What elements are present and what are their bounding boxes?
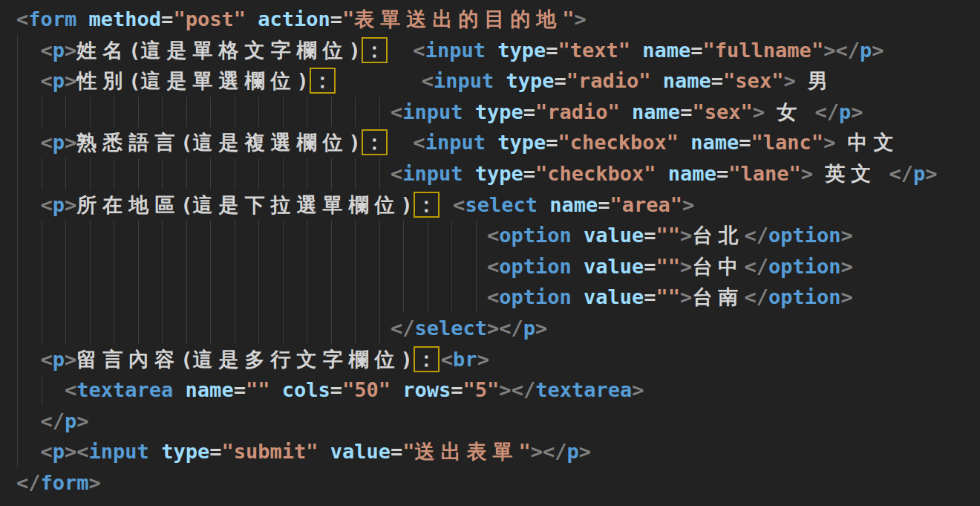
string-value: "submit" [221,440,318,463]
cjk-text: 性別 [76,69,128,92]
punctuation: > [801,162,813,185]
punctuation: > [65,348,76,371]
indent-guide [162,282,163,313]
indent-guide [355,282,356,313]
tag-name: p [523,317,535,340]
indent-guide [138,158,139,189]
indent-guide [17,97,18,128]
indent-guide [90,282,91,313]
tag-name: input [402,162,463,185]
indent-guide [476,220,477,251]
punctuation: < [413,39,425,62]
punctuation: < [41,193,53,216]
punctuation: > [680,255,692,278]
equals-sign: = [523,100,535,123]
code-line: <p>性別(這是單選欄位)： <input type="radio" name=… [16,65,980,97]
indent-guide [65,313,66,344]
code-editor[interactable]: <form method="post" action="表單送出的目的地"> <… [0,0,980,506]
plain-text [16,285,487,308]
attribute-name: type [161,440,209,463]
plain-text [16,317,391,340]
tag-name: p [839,100,851,123]
plain-text [16,409,41,432]
plain-text [651,69,663,92]
punctuation: </ [543,440,567,463]
punctuation: > [575,7,587,30]
indent-guide [258,220,259,251]
equals-sign: = [546,131,558,154]
punctuation: > [531,440,543,463]
plain-text [679,131,690,154]
cjk-text: 台中 [692,255,744,278]
punctuation: < [41,440,53,463]
indent-guide [186,282,187,313]
code-line: <textarea name="" cols="50" rows="5"></t… [16,374,980,406]
indent-guide [17,406,18,437]
plain-text [16,255,487,278]
cjk-text: 姓名 [76,39,128,62]
indent-guide [235,251,235,282]
indent-guide [90,313,91,344]
punctuation: < [16,7,28,30]
indent-guide [258,282,259,313]
cjk-text: 女 [777,100,803,123]
attribute-name: value [584,224,644,247]
tag-name: form [28,7,76,30]
equals-sign: = [644,224,656,247]
punctuation: </ [41,409,65,432]
code-line: <p>所在地區(這是下拉選單欄位)： <select name="area"> [16,189,980,221]
equals-sign: = [234,378,246,401]
cjk-text: 這是單格文字欄位 [141,39,349,62]
equals-sign: = [523,162,535,185]
code-line: <input type="radio" name="sex"> 女 </p> [16,97,980,128]
indent-guide [210,251,211,282]
punctuation: > [925,162,937,185]
string-value: "lanc" [751,131,824,154]
indent-guide [258,251,259,282]
plain-text [391,378,402,401]
plain-text [16,39,41,62]
punctuation: > [65,39,76,62]
punctuation: </ [512,378,536,401]
code-line: <p><input type="submit" value="送出表單"></p… [16,436,980,467]
indent-guide [355,158,356,189]
indent-guide [42,220,42,251]
cjk-text: 台北 [692,224,744,247]
string-value: "post" [173,7,246,30]
punctuation: > [76,409,88,432]
string-value: "lane" [728,162,801,185]
cjk-text: 男 [808,69,834,92]
indent-guide [138,313,139,344]
code-line: </form> [16,467,980,499]
plain-text [389,131,414,154]
plain-text: 所在地區(這是下拉選單欄位) [76,193,413,216]
plain-text [494,69,506,92]
plain-text [16,100,391,123]
unicode-highlighted-colon: ： [363,131,386,154]
tag-name: textarea [76,378,173,401]
indent-guide [210,282,211,313]
indent-guide [331,313,332,344]
string-value: "5" [463,378,500,401]
cjk-text: 熟悉語言 [76,131,180,154]
string-value: "" [656,255,681,278]
indent-guide [65,251,66,282]
indent-guide [210,220,211,251]
indent-guide [403,282,404,313]
plain-text [486,131,497,154]
equals-sign: = [680,100,692,123]
indent-guide [307,251,307,282]
plain-text: 熟悉語言(這是複選欄位) [76,131,361,154]
tag-name: input [89,440,149,463]
tag-name: input [425,131,486,154]
indent-guide [379,282,380,313]
punctuation: < [65,378,76,401]
indent-guide [403,251,404,282]
tag-name: select [414,317,487,340]
indent-guide [258,158,259,189]
string-value: "radio" [535,100,620,123]
attribute-name: method [89,7,162,30]
indent-guide [283,158,284,189]
plain-text: 中文 [835,131,899,154]
plain-text [538,193,549,216]
